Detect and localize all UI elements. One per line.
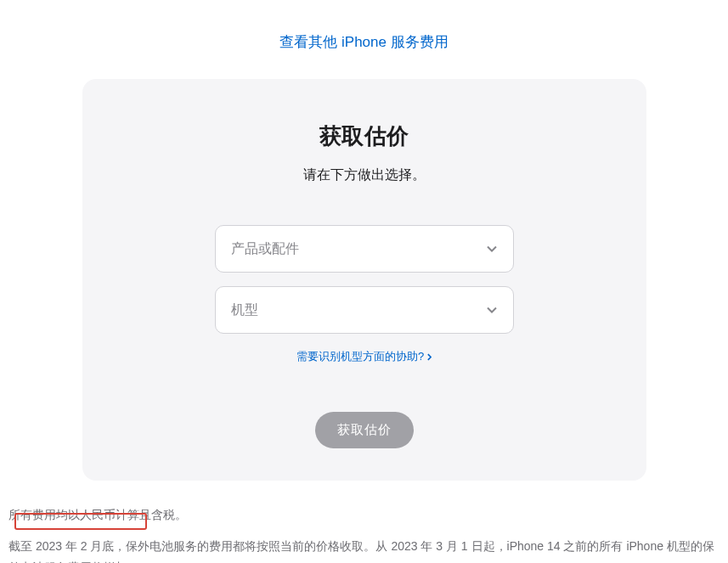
product-select[interactable]: 产品或配件: [215, 225, 514, 273]
help-link-label: 需要识别机型方面的协助?: [296, 349, 424, 364]
other-services-link[interactable]: 查看其他 iPhone 服务费用: [279, 34, 448, 50]
chevron-down-icon: [486, 304, 498, 316]
get-estimate-button[interactable]: 获取估价: [315, 412, 414, 448]
identify-model-help-link[interactable]: 需要识别机型方面的协助?: [296, 349, 432, 364]
card-title: 获取估价: [116, 121, 612, 151]
chevron-right-icon: [427, 353, 432, 361]
chevron-down-icon: [486, 243, 498, 255]
product-select-label: 产品或配件: [231, 240, 299, 258]
model-select-label: 机型: [231, 301, 258, 319]
notes-section: 所有费用均以人民币计算且含税。 截至 2023 年 2 月底，保外电池服务的费用…: [0, 504, 728, 563]
card-subtitle: 请在下方做出选择。: [116, 166, 612, 184]
model-select[interactable]: 机型: [215, 286, 514, 334]
estimate-card: 获取估价 请在下方做出选择。 产品或配件 机型 需要识别机型方面的协助? 获取估…: [82, 79, 646, 481]
note-line-1: 所有费用均以人民币计算且含税。: [8, 504, 720, 526]
note-line-2: 截至 2023 年 2 月底，保外电池服务的费用都将按照当前的价格收取。从 20…: [8, 536, 720, 563]
